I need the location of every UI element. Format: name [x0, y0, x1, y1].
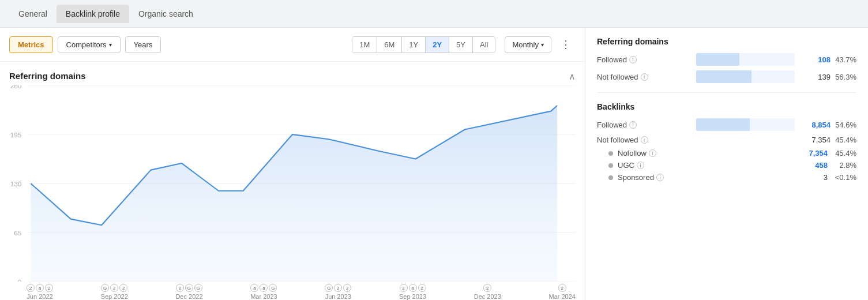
backlinks-followed-info-icon[interactable]: i — [629, 121, 637, 129]
marker-icon: G — [101, 284, 109, 292]
right-panel: Referring domains Followed i 108 43.7% N… — [585, 28, 868, 300]
time-all[interactable]: All — [473, 37, 495, 52]
nofollow-value: 7,354 — [799, 149, 828, 158]
marker-icon: G — [269, 284, 277, 292]
followed-pct: 43.7% — [831, 55, 856, 64]
svg-text:130: 130 — [10, 180, 22, 187]
marker-icon: G — [325, 284, 333, 292]
marker-icon: 2 — [418, 284, 426, 292]
time-1y[interactable]: 1Y — [402, 37, 426, 52]
tab-organic-search[interactable]: Organic search — [129, 5, 202, 23]
ugc-label: UGC — [618, 161, 634, 170]
years-button[interactable]: Years — [125, 36, 161, 53]
marker-icon: a — [409, 284, 417, 292]
notfollowed-bar-container — [696, 70, 795, 83]
marker-icon: 2 — [176, 284, 184, 292]
svg-marker-10 — [31, 106, 557, 282]
marker-icon: 2 — [343, 284, 351, 292]
competitors-chevron-icon: ▾ — [109, 42, 112, 48]
notfollowed-pct: 56.3% — [831, 73, 856, 81]
marker-icon: 2 — [110, 284, 118, 292]
main-layout: Metrics Competitors ▾ Years 1M 6M 1Y 2Y … — [0, 28, 868, 300]
svg-text:260: 260 — [10, 85, 22, 89]
metrics-button[interactable]: Metrics — [9, 36, 53, 53]
backlinks-title: Backlinks — [597, 102, 856, 111]
referring-domains-followed-row: Followed i 108 43.7% — [597, 53, 856, 66]
x-label-sep2022: G 2 2 Sep 2022 — [101, 284, 128, 300]
backlinks-notfollowed-info-icon[interactable]: i — [641, 136, 648, 144]
svg-text:0: 0 — [18, 278, 22, 282]
chart-wrapper: 260 195 130 65 0 — [9, 85, 576, 282]
svg-text:65: 65 — [14, 229, 22, 237]
time-2y[interactable]: 2Y — [426, 37, 449, 52]
x-label-mar2024: 2 Mar 2024 — [548, 284, 575, 300]
backlinks-notfollowed-pct: 45.4% — [831, 136, 856, 144]
marker-icon: G — [185, 284, 193, 292]
followed-bar — [696, 53, 739, 66]
notfollowed-info-icon[interactable]: i — [641, 73, 648, 81]
top-tab-bar: General Backlink profile Organic search — [0, 0, 868, 28]
marker-icon: a — [36, 284, 44, 292]
backlinks-sponsored-row: Sponsored i 3 <0.1% — [597, 173, 856, 182]
referring-domains-notfollowed-row: Not followed i 139 56.3% — [597, 70, 856, 83]
nofollow-info-icon[interactable]: i — [649, 149, 656, 157]
x-label-jun2022: 2 a 2 Jun 2022 — [27, 284, 53, 300]
sponsored-value: 3 — [799, 173, 828, 182]
referring-domains-title: Referring domains — [597, 37, 856, 46]
nofollow-label: Nofollow — [618, 149, 647, 158]
competitors-label: Competitors — [66, 40, 107, 49]
notfollowed-label: Not followed — [597, 73, 638, 81]
backlinks-followed-label: Followed — [597, 121, 627, 129]
time-6m[interactable]: 6M — [377, 37, 402, 52]
tab-backlink-profile[interactable]: Backlink profile — [57, 5, 129, 23]
marker-icon: 2 — [334, 284, 342, 292]
time-1m[interactable]: 1M — [352, 37, 377, 52]
ugc-dot — [608, 163, 613, 168]
followed-label: Followed — [597, 55, 627, 64]
marker-icon: a — [260, 284, 268, 292]
chart-title: Referring domains — [9, 71, 86, 81]
marker-icon: 2 — [27, 284, 35, 292]
monthly-button[interactable]: Monthly ▾ — [505, 36, 551, 53]
time-filter-group: 1M 6M 1Y 2Y 5Y All — [352, 36, 495, 53]
marker-icon: 2 — [45, 284, 53, 292]
followed-info-icon[interactable]: i — [629, 56, 637, 63]
backlinks-followed-pct: 54.6% — [831, 121, 856, 129]
followed-value: 108 — [802, 55, 831, 64]
sponsored-info-icon[interactable]: i — [656, 174, 664, 181]
left-panel: Metrics Competitors ▾ Years 1M 6M 1Y 2Y … — [0, 28, 585, 300]
line-chart: 260 195 130 65 0 — [9, 85, 576, 282]
backlinks-ugc-row: UGC i 458 2.8% — [597, 161, 856, 170]
svg-text:195: 195 — [10, 131, 22, 138]
nofollow-dot — [608, 151, 613, 156]
monthly-label: Monthly — [512, 40, 539, 49]
notfollowed-bar — [696, 70, 751, 83]
more-button[interactable]: ⋮ — [556, 35, 576, 54]
marker-icon: 2 — [400, 284, 408, 292]
monthly-chevron-icon: ▾ — [541, 42, 544, 48]
x-label-mar2023: a a G Mar 2023 — [250, 284, 277, 300]
competitors-button[interactable]: Competitors ▾ — [58, 36, 121, 53]
section-divider-1 — [597, 92, 856, 93]
ugc-info-icon[interactable]: i — [637, 162, 644, 169]
backlinks-followed-bar — [696, 118, 750, 131]
x-label-jun2023: G 2 2 Jun 2023 — [325, 284, 351, 300]
backlinks-nofollow-row: Nofollow i 7,354 45.4% — [597, 149, 856, 158]
chart-area: Referring domains ∧ 260 195 130 65 0 — [0, 62, 585, 300]
backlinks-notfollowed-row: Not followed i 7,354 45.4% — [597, 136, 856, 144]
marker-icon: 2 — [558, 284, 566, 292]
notfollowed-value: 139 — [802, 73, 831, 81]
tab-general[interactable]: General — [9, 5, 57, 23]
marker-icon: a — [250, 284, 258, 292]
x-label-dec2022: 2 G G Dec 2022 — [175, 284, 202, 300]
time-5y[interactable]: 5Y — [449, 37, 473, 52]
marker-icon: 2 — [119, 284, 127, 292]
sponsored-pct: <0.1% — [828, 173, 856, 182]
collapse-button[interactable]: ∧ — [569, 71, 576, 82]
sponsored-label: Sponsored — [618, 173, 654, 182]
ugc-value: 458 — [799, 161, 828, 170]
backlinks-followed-value: 8,854 — [802, 121, 831, 129]
backlinks-followed-bar-container — [696, 118, 795, 131]
backlinks-notfollowed-value: 7,354 — [802, 136, 831, 144]
ugc-pct: 2.8% — [828, 161, 856, 170]
